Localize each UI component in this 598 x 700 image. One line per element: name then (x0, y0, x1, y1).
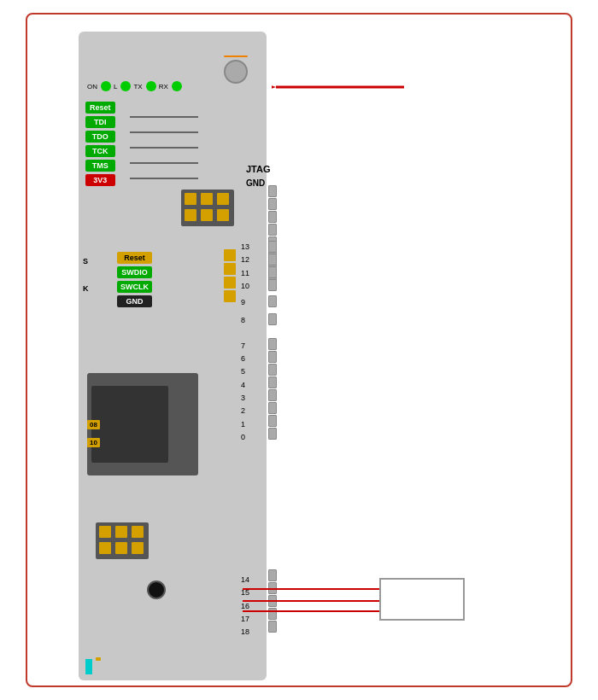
pin-tck: TCK (85, 145, 115, 157)
main-pin-6 (268, 351, 277, 363)
erase-box (379, 578, 465, 621)
btm-pin-3 (132, 526, 144, 538)
jtag-pin-6 (217, 209, 229, 221)
led-l (120, 81, 131, 91)
jtag-pin-4 (185, 209, 196, 221)
reset-button-area[interactable] (224, 55, 248, 84)
main-pin-5 (268, 364, 277, 376)
reset-arrow-container (272, 74, 408, 103)
main-pin-12 (268, 254, 277, 265)
main-pin-10 (268, 279, 277, 291)
erase-line-mid (243, 600, 379, 602)
pin-reset: Reset (85, 102, 115, 114)
swd-section: Reset SWDIO SWCLK GND (117, 252, 152, 310)
conn-pin-4 (268, 224, 277, 236)
outer-frame: ON L TX RX Reset TDI TDO TCK TMS 3V3 (26, 13, 572, 687)
bottom-pin-grid (96, 522, 149, 559)
erase-line-top (243, 588, 379, 590)
main-pin-7 (268, 338, 277, 350)
arm-pin-08: 08 (87, 420, 100, 429)
main-pin-13 (268, 241, 277, 253)
btm-pin-4 (99, 542, 111, 554)
btm-pin-2 (115, 526, 127, 538)
conn-pin-2 (268, 198, 277, 210)
conn-pin-1 (268, 185, 277, 197)
erase-section (147, 578, 166, 599)
btm-conn-18 (268, 621, 277, 633)
jtag-pin-2 (201, 193, 213, 205)
swd-gnd: GND (117, 295, 152, 307)
swd-reset: Reset (117, 252, 152, 264)
jtag-header (181, 190, 234, 226)
btm-pin-1 (99, 526, 111, 538)
swd-side-label-k: K (83, 279, 89, 295)
erase-line-bot (243, 610, 379, 612)
pin-tdo: TDO (85, 131, 115, 143)
jtag-pin-5 (201, 209, 213, 221)
swd-swdio: SWDIO (117, 266, 152, 278)
arm-label (87, 373, 198, 382)
reset-btn-label (224, 55, 248, 57)
btm-pin-5 (115, 542, 127, 554)
swd-pin-4 (224, 290, 236, 302)
main-pin-3 (268, 389, 277, 401)
btm-conn-14 (268, 569, 277, 581)
swd-pin-1 (224, 249, 236, 261)
swd-pin-2 (224, 263, 236, 275)
jtag-pin-3 (217, 193, 229, 205)
swd-side-labels: S (83, 252, 88, 267)
reset-arrow-svg (272, 74, 408, 100)
bottom-pin-numbers: 14 15 16 17 18 (241, 574, 249, 639)
swd-pin-3 (224, 277, 236, 289)
arm-pin-10: 10 (87, 438, 100, 447)
led-rx-label: RX (159, 83, 168, 90)
jtag-label: JTAG (246, 164, 271, 174)
arduino-board: ON L TX RX Reset TDI TDO TCK TMS 3V3 (79, 32, 267, 680)
pin-labels: Reset TDI TDO TCK TMS 3V3 (85, 102, 115, 189)
led-l-label: L (114, 83, 117, 90)
jtag-pin-1 (185, 193, 196, 205)
led-rx (172, 81, 182, 91)
main-pin-11 (268, 266, 277, 278)
main-pin-0 (268, 428, 277, 440)
led-tx (146, 81, 156, 91)
main-pin-4 (268, 376, 277, 388)
main-pin-9 (268, 295, 277, 307)
conn-pin-3 (268, 211, 277, 223)
cyan-strip (85, 659, 92, 674)
main-pin-8 (268, 313, 277, 325)
pin-3v3: 3V3 (85, 174, 115, 186)
main-pin-2 (268, 402, 277, 414)
led-row: ON L TX RX (87, 81, 182, 91)
led-on (101, 81, 111, 91)
arm-inner-chip (91, 386, 168, 463)
gnd-label: GND (246, 178, 265, 188)
arm-pin-labels: 08 10 (87, 420, 100, 447)
swd-swclk: SWCLK (117, 281, 152, 293)
swd-pins (224, 249, 236, 302)
reset-circle[interactable] (224, 60, 248, 84)
arm-chip (87, 373, 198, 475)
btm-pin-6 (132, 542, 144, 554)
led-tx-label: TX (133, 83, 142, 90)
right-connector-main (268, 241, 277, 440)
pin-numbers-main: 13 12 11 10 9 8 7 6 5 4 3 2 1 0 (241, 241, 249, 444)
pin-tdi: TDI (85, 116, 115, 128)
led-on-label: ON (87, 83, 97, 90)
pin-tms: TMS (85, 160, 115, 172)
main-pin-1 (268, 415, 277, 427)
chip-109-label (96, 657, 101, 661)
erase-circle[interactable] (147, 580, 166, 599)
